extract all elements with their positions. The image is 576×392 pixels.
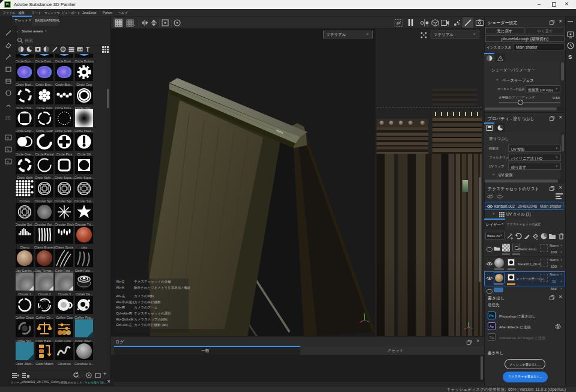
svg-text:S: S [568,53,572,60]
svg-text:S: S [7,148,9,152]
svg-text:S: S [7,160,9,164]
svg-text:T: T [86,46,89,52]
svg-text:2S: 2S [5,116,11,120]
svg-text:S: S [7,136,9,140]
